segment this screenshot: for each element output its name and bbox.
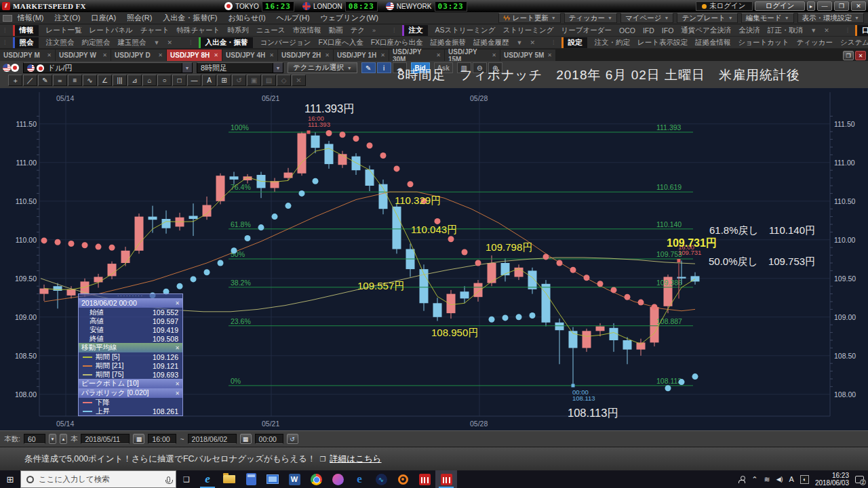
internet-explorer-icon[interactable]: e <box>197 470 218 488</box>
ribbon-item[interactable]: チャート <box>140 26 170 35</box>
start-button[interactable]: ⊞ <box>0 470 20 488</box>
ribbon-category[interactable]: 照会 <box>13 37 39 48</box>
photos-icon[interactable] <box>262 470 283 488</box>
chevron-down-icon[interactable]: ▼ <box>154 39 160 46</box>
horizontal-line-tool[interactable]: ― <box>187 75 201 86</box>
ribbon-item[interactable]: 通貨ペア全決済 <box>681 26 731 35</box>
ribbon-item[interactable]: 市況情報 <box>293 26 321 35</box>
crosshair-tool[interactable]: ＋ <box>8 75 22 86</box>
overflow-icon[interactable]: » <box>372 27 376 34</box>
ribbon-item[interactable]: ティッカー <box>797 38 833 47</box>
delete-tool[interactable]: ✕ <box>292 75 306 86</box>
ribbon-item[interactable]: 全決済 <box>738 26 760 35</box>
menu-item[interactable]: お知らせ(I) <box>228 13 265 23</box>
menu-item[interactable]: ヘルプ(H) <box>277 13 310 23</box>
ribbon-item[interactable]: FX口座から出金 <box>371 38 423 47</box>
menu-right-button[interactable]: 編集モード▼ <box>741 13 794 23</box>
close-icon[interactable]: ✕ <box>102 52 107 58</box>
restore-button[interactable]: ❐ <box>834 1 849 11</box>
from-time-input[interactable]: 16:00 <box>148 434 176 444</box>
close-icon[interactable]: ✕ <box>530 39 536 46</box>
timeframe-select[interactable]: 8時間足▼ <box>197 62 283 73</box>
ribbon-item[interactable]: 証拠金情報 <box>695 38 731 47</box>
rectangle-tool[interactable]: □ <box>172 75 186 86</box>
ribbon-item[interactable]: 証拠金振替 <box>431 38 467 47</box>
parallel-lines-tool[interactable]: ＝ <box>53 75 67 86</box>
ribbon-item[interactable]: ストリーミング <box>503 26 554 35</box>
word-icon[interactable]: W <box>283 470 305 488</box>
ribbon-item[interactable]: 注文・約定 <box>595 38 631 47</box>
ellipse-tool[interactable]: ○ <box>157 75 172 86</box>
tab-usd-jpy-1h[interactable]: USD/JPY 1H✕ <box>334 49 389 61</box>
close-icon[interactable]: ✕ <box>492 52 496 58</box>
ribbon-item[interactable]: システム <box>840 38 868 47</box>
tab-usd-jpy-15m[interactable]: USD/JPY 15M✕ <box>445 49 500 61</box>
pencil-tool[interactable]: ✎ <box>38 75 52 86</box>
close-icon[interactable]: ✕ <box>380 52 385 58</box>
eraser-tool[interactable]: ◇ <box>277 75 291 86</box>
ribbon-item[interactable]: ASストリーミング <box>435 26 496 35</box>
close-pane-button[interactable]: ✕ <box>855 51 866 60</box>
notification-icon[interactable]: 2 <box>855 476 864 483</box>
chevron-down-icon[interactable]: ▼ <box>810 27 816 34</box>
vertical-lines-tool[interactable]: ||| <box>113 75 127 86</box>
ribbon-item[interactable]: 動画 <box>329 26 343 35</box>
close-icon[interactable]: ✕ <box>167 39 172 46</box>
ribbon-item[interactable]: レート一覧 <box>46 26 82 35</box>
tab-usd-jpy-8h[interactable]: USD/JPY 8H✕ <box>167 49 222 61</box>
text-tool[interactable]: A <box>202 75 216 86</box>
close-icon[interactable]: ✕ <box>824 27 829 34</box>
edge-icon[interactable]: e <box>349 470 370 488</box>
channel-tool[interactable]: ⊿ <box>127 75 142 86</box>
task-view-button[interactable]: ❑ <box>176 470 197 488</box>
close-icon[interactable]: ✕ <box>175 300 180 306</box>
ad-detail-link[interactable]: 詳細はこちら <box>330 453 381 465</box>
marketspeed-fx-icon[interactable] <box>435 470 457 488</box>
ribbon-category[interactable]: 注文 <box>402 25 428 36</box>
tab-usd-jpy-30m[interactable]: USD/JPY 30M✕ <box>389 49 444 61</box>
close-icon[interactable]: ✕ <box>158 52 163 58</box>
from-date-input[interactable]: 2018/05/11 <box>81 434 130 444</box>
login-expand-button[interactable]: ▸ <box>807 1 815 11</box>
reset-range-button[interactable]: ↺ <box>287 434 298 444</box>
curve-tool[interactable]: ∿ <box>83 75 97 86</box>
ribbon-item[interactable]: 注文照会 <box>46 38 75 47</box>
technical-select-button[interactable]: テクニカル選択▼ <box>288 62 357 73</box>
ribbon-item[interactable]: ニュース <box>256 26 285 35</box>
tab-usd-jpy-5m[interactable]: USD/JPY 5M✕ <box>500 49 555 61</box>
trendline-tool[interactable]: ／ <box>23 75 37 86</box>
ime-mode-icon[interactable]: ◐ <box>800 475 809 484</box>
ribbon-item[interactable]: レート表示設定 <box>637 38 688 47</box>
pair-select[interactable]: ドル/円▼ <box>23 62 193 73</box>
hidden-icons-chevron[interactable]: ⌃ <box>751 475 757 484</box>
chrome-icon[interactable] <box>305 470 327 488</box>
ime-language-icon[interactable]: A <box>789 475 794 483</box>
calendar-icon[interactable]: ▦ <box>133 434 144 444</box>
ribbon-item[interactable]: IFO <box>662 26 674 35</box>
wifi-icon[interactable]: ≋ <box>764 475 770 484</box>
ribbon-item[interactable]: 証拠金履歴 <box>473 38 509 47</box>
close-icon[interactable]: ✕ <box>325 52 330 58</box>
ribbon-category[interactable]: 口座 <box>855 25 868 36</box>
data-window-panel[interactable]: ········· 2018/06/02 00:00✕ 始値109.552高値1… <box>78 293 183 416</box>
tab-usd-jpy-2h[interactable]: USD/JPY 2H✕ <box>278 49 333 61</box>
tab-usd-jpy-m[interactable]: USD/JPY M✕ <box>0 49 55 61</box>
file-explorer-icon[interactable] <box>218 470 240 488</box>
count-up-button[interactable]: ▲ <box>60 434 67 444</box>
people-icon[interactable] <box>738 476 745 483</box>
ribbon-item[interactable]: コンバージョン <box>260 38 311 47</box>
multi-hline-tool[interactable]: ≡ <box>68 75 82 86</box>
close-button[interactable]: ✕ <box>851 1 866 11</box>
menu-item[interactable]: 口座(A) <box>91 13 116 23</box>
menu-item[interactable]: 入出金・振替(F) <box>163 13 217 23</box>
menu-item[interactable]: 注文(O) <box>55 13 81 23</box>
close-icon[interactable]: ✕ <box>436 52 441 58</box>
draw-icon[interactable]: ✎ <box>361 62 376 73</box>
close-icon[interactable]: ✕ <box>175 345 180 351</box>
paint3d-icon[interactable] <box>327 470 349 488</box>
ribbon-item[interactable]: 建玉照会 <box>118 38 146 47</box>
copy-tool[interactable]: ▣ <box>247 75 261 86</box>
taskbar-search[interactable]: ここに入力して検索 <box>20 470 176 488</box>
close-icon[interactable]: ✕ <box>47 52 52 58</box>
ribbon-item[interactable]: 時系列 <box>227 26 249 35</box>
